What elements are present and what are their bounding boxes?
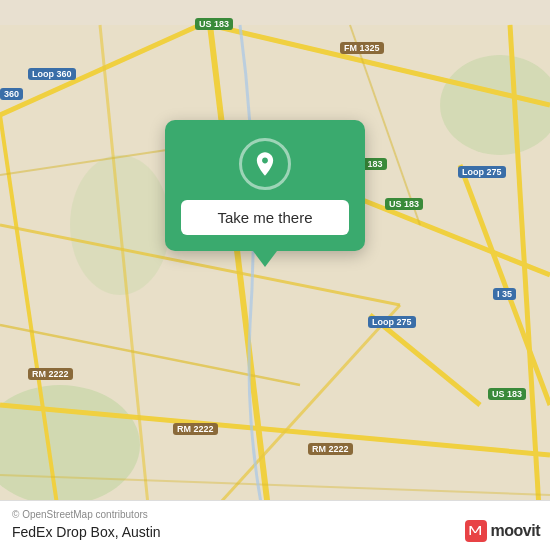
road-label-loop360: Loop 360 xyxy=(28,68,76,80)
take-me-there-button[interactable]: Take me there xyxy=(181,200,349,235)
road-label-loop275-right: Loop 275 xyxy=(458,166,506,178)
road-label-us183-top: US 183 xyxy=(195,18,233,30)
road-label-rm2222-mid: RM 2222 xyxy=(173,423,218,435)
road-label-loop275-bot: Loop 275 xyxy=(368,316,416,328)
road-label-360: 360 xyxy=(0,88,23,100)
map-container: US 183 FM 1325 Loop 360 360 S 183 US 183… xyxy=(0,0,550,550)
map-roads xyxy=(0,0,550,550)
location-pin-icon xyxy=(251,150,279,178)
road-label-rm2222-left: RM 2222 xyxy=(28,368,73,380)
popup-card: Take me there xyxy=(165,120,365,251)
road-label-us183-mid: US 183 xyxy=(385,198,423,210)
moovit-logo: moovit xyxy=(465,520,540,542)
moovit-m-icon xyxy=(465,520,487,542)
location-icon-circle xyxy=(239,138,291,190)
location-name: FedEx Drop Box, Austin xyxy=(12,524,538,540)
road-label-i35: I 35 xyxy=(493,288,516,300)
road-label-fm1325: FM 1325 xyxy=(340,42,384,54)
copyright-text: © OpenStreetMap contributors xyxy=(12,509,538,520)
moovit-text: moovit xyxy=(491,522,540,540)
road-label-us183-bot: US 183 xyxy=(488,388,526,400)
road-label-rm2222-right: RM 2222 xyxy=(308,443,353,455)
